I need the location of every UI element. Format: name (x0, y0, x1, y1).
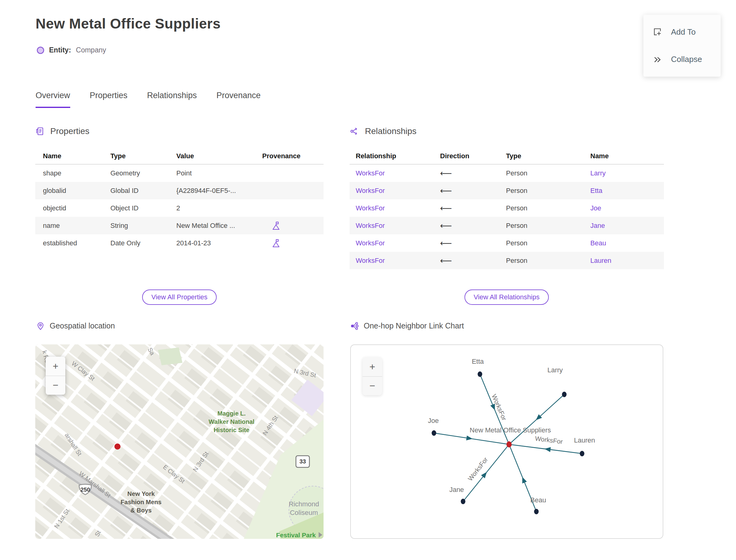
node-beau[interactable] (534, 509, 539, 514)
geospatial-section-title: Geospatial location (50, 321, 115, 330)
basemap: 25033k RoW Clay StSaN 3rd Starshall StN … (35, 344, 324, 539)
page-title: New Metal Office Suppliers (36, 15, 220, 32)
svg-text:33: 33 (299, 458, 306, 465)
map-zoom-control: + − (46, 357, 65, 395)
property-value: 2 (176, 204, 262, 212)
related-entity-name-link[interactable]: Jane (590, 222, 664, 230)
related-entity-type: Person (506, 257, 590, 265)
node-larry[interactable] (562, 392, 567, 397)
node-lauren[interactable] (580, 451, 585, 456)
relationship-row: WorksFor⟵PersonEtta (350, 182, 664, 199)
relationship-type-link[interactable]: WorksFor (356, 239, 440, 247)
properties-section-title: Properties (50, 126, 90, 136)
relationship-type-link[interactable]: WorksFor (356, 187, 440, 195)
relationship-type-link[interactable]: WorksFor (356, 169, 440, 177)
relationship-type-link[interactable]: WorksFor (356, 204, 440, 212)
edge-label: WorksFor (535, 435, 563, 445)
properties-table-body: shapeGeometryPointglobalidGlobal ID{A228… (35, 164, 324, 252)
link-chart-graph: WorksForWorksForWorksForEttaLarryJoeLaur… (351, 345, 663, 539)
col-header-relationship: Relationship (356, 152, 440, 160)
provenance-flag-icon[interactable] (272, 239, 280, 248)
relationships-icon (350, 127, 359, 136)
one-hop-icon (350, 322, 359, 330)
link-chart-zoom-in-button[interactable]: + (362, 357, 382, 376)
map-zoom-in-button[interactable]: + (46, 357, 65, 376)
related-entity-name-link[interactable]: Beau (590, 239, 664, 247)
relationship-direction: ⟵ (440, 256, 506, 266)
relationship-direction: ⟵ (440, 186, 506, 196)
property-name: established (43, 239, 110, 247)
entity-label: Entity: (49, 46, 71, 54)
related-entity-name-link[interactable]: Etta (590, 187, 664, 195)
property-type: Date Only (110, 239, 176, 247)
provenance-cell[interactable] (262, 239, 324, 248)
relationship-row: WorksFor⟵PersonJoe (350, 199, 664, 217)
node-label: Joe (428, 417, 439, 424)
map-label: Festival Park (276, 531, 316, 539)
col-header-provenance: Provenance (262, 152, 324, 160)
node-etta[interactable] (478, 371, 482, 377)
collapse-button[interactable]: Collapse (643, 55, 721, 64)
link-chart-canvas[interactable]: WorksForWorksForWorksForEttaLarryJoeLaur… (350, 344, 663, 539)
view-all-relationships-button[interactable]: View All Relationships (465, 290, 549, 305)
node-jane[interactable] (461, 499, 466, 504)
relationships-section-header: Relationships (350, 126, 416, 136)
provenance-flag-icon[interactable] (272, 221, 280, 230)
add-to-button[interactable]: Add To (643, 27, 721, 37)
edge-arrowhead (544, 447, 551, 452)
relationship-direction: ⟵ (440, 203, 506, 213)
entity-detail-page: New Metal Office Suppliers Entity: Compa… (0, 0, 736, 560)
tab-properties[interactable]: Properties (90, 91, 128, 108)
node-label: Beau (530, 496, 546, 504)
related-entity-type: Person (506, 222, 590, 230)
map-label: & Boys (131, 507, 152, 514)
related-entity-name-link[interactable]: Joe (590, 204, 664, 212)
property-name: shape (43, 169, 110, 177)
related-entity-name-link[interactable]: Lauren (590, 257, 664, 265)
relationship-direction: ⟵ (440, 238, 506, 248)
map-label: Maggie L. (217, 410, 246, 417)
tab-provenance[interactable]: Provenance (217, 91, 261, 108)
entity-location-marker[interactable] (114, 443, 121, 450)
center-node[interactable] (507, 441, 512, 447)
properties-table: Name Type Value Provenance shapeGeometry… (35, 148, 324, 252)
col-header-direction: Direction (440, 152, 506, 160)
link-chart-zoom-out-button[interactable]: − (362, 376, 382, 395)
map-label: Coliseum (290, 509, 318, 516)
property-type: Geometry (110, 169, 176, 177)
col-header-name: Name (590, 152, 664, 160)
property-name: name (43, 222, 110, 230)
node-label: Lauren (574, 436, 595, 444)
property-name: globalid (43, 187, 110, 195)
property-row: nameStringNew Metal Office ... (35, 217, 324, 234)
map-canvas[interactable]: 25033k RoW Clay StSaN 3rd Starshall StN … (35, 344, 324, 539)
relationship-type-link[interactable]: WorksFor (356, 257, 440, 265)
relationships-table-body: WorksFor⟵PersonLarryWorksFor⟵PersonEttaW… (350, 164, 664, 269)
relationships-section-title: Relationships (365, 126, 416, 136)
map-label: Walker National (209, 418, 254, 425)
entity-type-value: Company (76, 46, 106, 54)
tab-relationships[interactable]: Relationships (147, 91, 197, 108)
property-row: objectidObject ID2 (35, 199, 324, 217)
relationships-table-header: Relationship Direction Type Name (350, 148, 664, 164)
tab-overview[interactable]: Overview (36, 91, 70, 108)
double-chevron-right-icon (653, 55, 662, 64)
col-header-type: Type (110, 152, 176, 160)
map-zoom-out-button[interactable]: − (46, 376, 65, 395)
view-all-properties-button[interactable]: View All Properties (142, 290, 217, 305)
edge-label: WorksFor (466, 456, 489, 482)
property-type: Object ID (110, 204, 176, 212)
map-label: Historic Site (214, 427, 250, 433)
col-header-value: Value (176, 152, 262, 160)
provenance-cell[interactable] (262, 221, 324, 230)
collapse-label: Collapse (671, 55, 702, 64)
add-to-icon (653, 28, 662, 37)
properties-section-header: Properties (36, 126, 90, 136)
map-pin-icon (36, 322, 45, 330)
related-entity-name-link[interactable]: Larry (590, 169, 664, 177)
node-joe[interactable] (432, 430, 436, 436)
property-type: String (110, 222, 176, 230)
edge-arrowhead (520, 476, 527, 484)
relationship-type-link[interactable]: WorksFor (356, 222, 440, 230)
entity-row: Entity: Company (37, 46, 106, 54)
